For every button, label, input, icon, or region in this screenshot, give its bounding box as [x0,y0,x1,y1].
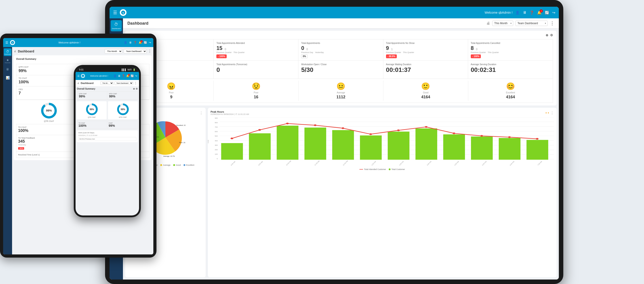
trend-dot-8 [453,132,455,134]
ts-more-btn[interactable]: ⋮ [148,49,152,53]
pie-chart-more[interactable]: ⋮ [200,111,203,115]
stat-badge-4: - 100% [471,54,481,58]
phone-print-icon[interactable]: 🖨 [77,82,79,84]
phone-bottom-date: 1/03/2024 | ⏱ 11:21:05 AM [78,134,136,136]
sidebar-label-dashboard: Dashboard [112,28,120,30]
stat-sublabel-curr-2: Yesterday [315,51,324,54]
bar-chart-info: Peak Hours 01/06/2024 to 30/06/2024 | ⏱ … [210,110,249,115]
tablet-large-screen: ☰ q Welcome qbAdmin ! 👤 🖥 ❓ 🔔 4 🔄 ↪ [110,7,559,279]
rating-neutral: 😐 Average 1112 [299,81,383,101]
phone-notif-icon[interactable]: 🔔 4 [126,74,130,77]
ts-sidebar-favourite[interactable]: ★ Favourite [4,57,12,65]
ts-sidebar-dashboard[interactable]: ⏱ Dashboard [4,48,12,56]
dashboard-header: Dashboard 🖨 This Month Today This Week [123,18,559,29]
stat-curr-3: 1 [391,48,393,51]
phone-csat-card: CSAT 99% [107,121,138,129]
phone-hamburger[interactable]: ☰ [77,75,80,77]
stat-prev-2: 0 [301,46,304,51]
phone-type-select[interactable]: Team Dashboard [114,82,133,85]
stat-no-show: Total Appointments No Show 9 1 Previous … [383,39,468,60]
stat-sublabel-pq-1: Previous Quarter [216,51,232,54]
x-label-8am: 8:00 AM [230,161,236,166]
legend-dot-good [173,164,175,166]
stat-curr-4: 0 [476,48,478,51]
ts-top-icons: 👤 🖥 ❓ 🔔 4 🔄 ↪ [124,41,151,44]
bar-chart-legend: Total Attended Customer Total Customer [210,168,554,171]
ts-help-icon[interactable]: ❓ [134,41,137,44]
stat-sublabels-4: Previous Quarter This Quarter [471,51,550,54]
sync-icon[interactable]: 🔄 [545,11,549,15]
more-options-button[interactable]: ⋮ [550,21,554,26]
logout-icon[interactable]: ↪ [552,11,555,15]
phone-monitor-icon[interactable]: 🖥 [118,74,120,77]
help-icon[interactable]: ❓ [530,11,534,15]
add-widget-button[interactable]: ⊕ [546,33,548,37]
trend-dot-6 [397,129,400,131]
phone-settings-icon[interactable]: ⚙ [136,88,138,90]
stat-label-3: Total Appointments No Show [386,42,465,45]
x-label-12pm: 12:00 PM [342,160,348,166]
summary-section: Overall Summary ⊕ ⚙ Total Appointments 0 [125,31,556,105]
ts-dash-header: 🖨 Dashboard This Month Team Dashboard [14,49,152,54]
print-icon[interactable]: 🖨 [486,21,490,25]
ts-print-icon[interactable]: 🖨 [14,50,16,52]
stat-appointments-2: Total Appointments 0 0 Previous Day Yest… [298,39,383,60]
svg-text:q: q [122,12,124,14]
ts-feedback-badge: -96% [18,147,24,150]
phone: 9:55 ▌▌▌ WiFi 🔋 ☰ q Welcome qbAdmin ! 👤 … [74,65,141,217]
phone-logout-icon[interactable]: ↪ [135,74,137,77]
period-select[interactable]: This Month Today This Week [492,21,513,26]
stat-avg-waiting: Average Waiting Duration 00:01:37 [383,61,468,79]
phone-add-icon[interactable]: ⊕ [133,88,135,90]
ts-sidebar-monitor[interactable]: 🖥 [4,65,12,73]
settings-button[interactable]: ⚙ [550,33,553,37]
bar-2 [277,126,298,160]
dashboard-type-select[interactable]: Team Dashboard Personal Dashboard [516,21,548,26]
legend-label-total: Total Customer [392,168,405,171]
bar-chart-settings[interactable]: ▪ ▪ [546,111,549,115]
ts-notification-icon[interactable]: 🔔 4 [138,41,142,44]
hamburger-icon[interactable]: ☰ [113,10,117,15]
x-label-4pm: 4:00 PM [454,161,459,166]
phone-qtr-value: 99% [79,94,105,98]
phone-period-select[interactable]: This Mi... [100,82,114,85]
ts-stat-td-csat: TD CSAT 100% [16,75,83,86]
phone-more-btn[interactable]: ⋮ [134,81,137,85]
phone-donut-qtr-svg: 99% [85,103,98,116]
ts-monitor-icon[interactable]: 🖥 [129,41,132,44]
phone-td-csat-label: TD CSAT [78,122,106,124]
monitor-icon[interactable]: 🖥 [523,11,526,15]
pie-label-poor: Poor: 19.0% [179,141,186,144]
ts-ces-value: 7 [18,91,80,96]
ts-sync-icon[interactable]: 🔄 [144,41,147,44]
ts-summary-header: Overall Summary [16,58,149,62]
ts-td-csat-value: 100% [18,128,81,133]
tablet-large: ☰ q Welcome qbAdmin ! 👤 🖥 ❓ 🔔 4 🔄 ↪ [105,0,563,284]
sidebar-item-dashboard[interactable]: ⏱ Dashboard [111,20,122,31]
phone-sync-icon[interactable]: 🔄 [130,74,134,77]
trend-dot-4 [342,127,344,129]
content-area: Dashboard 🖨 This Month Today This Week [123,18,559,279]
stat-label-1: Total Appointments Attended [216,42,296,45]
phone-stat-mtd: MTD CSAT 99% [107,92,138,100]
ts-qtr-label: QTR CSAT [18,66,80,68]
bar-chart-more[interactable]: ⋮ [550,111,554,115]
stat-sublabel-tq-1: This Quarter [233,51,244,54]
notification-icon[interactable]: 🔔 4 [537,11,542,15]
stat-badge-3: - 88.9% [386,54,397,58]
phone-user-icon[interactable]: 👤 [113,74,117,77]
stat-values-2: 0 0 [301,46,380,51]
ts-hamburger[interactable]: ☰ [5,41,8,44]
ts-type-select[interactable]: Team Dashboard [124,49,147,54]
ts-sidebar-reports[interactable]: 📊 [4,74,12,82]
legend-dot-excellent [184,164,185,166]
phone-help-icon[interactable]: ❓ [122,74,125,77]
ts-logout-icon[interactable]: ↪ [149,41,151,44]
user-icon[interactable]: 👤 [515,11,520,15]
ts-user-icon[interactable]: 👤 [124,41,127,44]
ts-period-select[interactable]: This Month [104,49,122,54]
x-label-5pm: 5:00 PM [482,161,487,166]
ts-qtr-value: 99% [18,69,80,73]
ts-period-wrapper: This Month [104,49,122,54]
phone-td-csat-value: 100% [78,124,106,127]
